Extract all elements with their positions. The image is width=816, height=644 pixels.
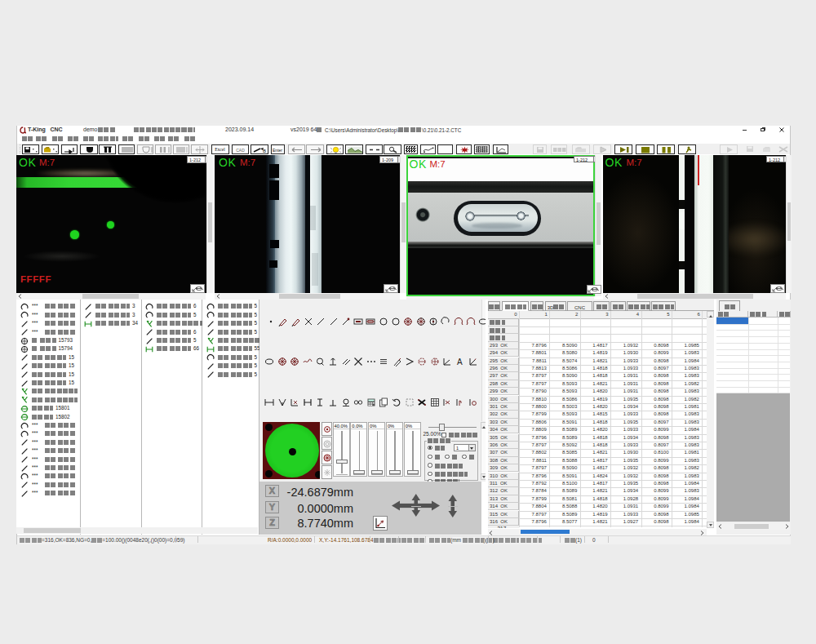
svg-text:A: A xyxy=(457,358,463,366)
svg-text:B: B xyxy=(263,149,266,153)
